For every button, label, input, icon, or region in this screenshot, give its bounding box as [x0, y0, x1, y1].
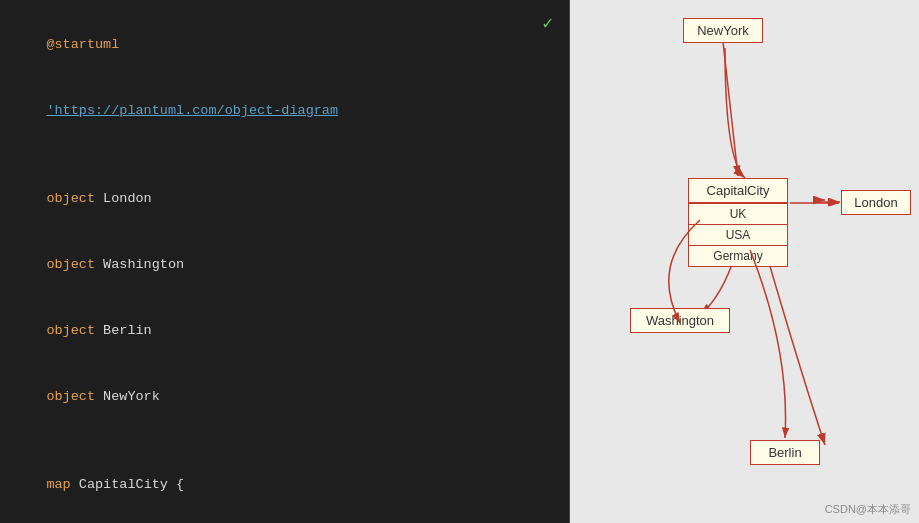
capitalcity-uk-row: UK: [689, 203, 787, 224]
washington-box: Washington: [630, 308, 730, 333]
watermark: CSDN@本本添哥: [825, 502, 911, 517]
line-obj-washington: object Washington: [14, 232, 555, 298]
london-label: London: [854, 195, 897, 210]
line-startuml: @startuml: [14, 12, 555, 78]
line-map-uk: UK *-> London: [14, 518, 555, 523]
newyork-box: NewYork: [683, 18, 763, 43]
code-editor[interactable]: ✓ @startuml 'https://plantuml.com/object…: [0, 0, 570, 523]
capitalcity-box: CapitalCity UK USA Germany: [688, 178, 788, 267]
line-obj-berlin: object Berlin: [14, 298, 555, 364]
line-obj-newyork: object NewYork: [14, 364, 555, 430]
capitalcity-usa-row: USA: [689, 224, 787, 245]
line-map-start: map CapitalCity {: [14, 452, 555, 518]
newyork-label: NewYork: [697, 23, 749, 38]
berlin-label: Berlin: [768, 445, 801, 460]
svg-line-4: [723, 42, 738, 176]
washington-label: Washington: [646, 313, 714, 328]
line-blank2: [14, 430, 555, 452]
capitalcity-title: CapitalCity: [689, 179, 787, 203]
london-box: London: [841, 190, 911, 215]
line-url: 'https://plantuml.com/object-diagram: [14, 78, 555, 144]
line-blank1: [14, 144, 555, 166]
line-obj-london: object London: [14, 166, 555, 232]
capitalcity-germany-row: Germany: [689, 245, 787, 266]
valid-checkmark: ✓: [542, 12, 553, 34]
diagram-panel: CapitalCity (arrow from NewYork box down…: [570, 0, 919, 523]
berlin-box: Berlin: [750, 440, 820, 465]
